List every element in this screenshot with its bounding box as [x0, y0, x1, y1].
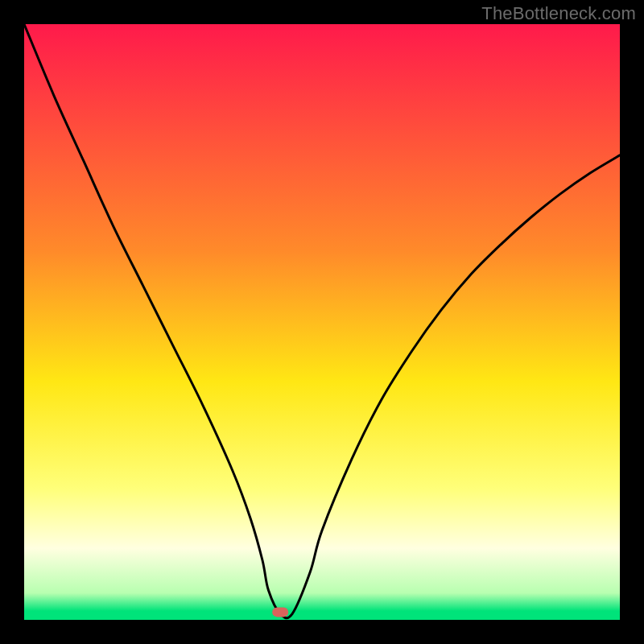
optimum-marker — [272, 607, 288, 617]
chart-frame: TheBottleneck.com — [0, 0, 644, 644]
watermark-text: TheBottleneck.com — [481, 3, 636, 24]
bottleneck-chart — [24, 24, 620, 620]
